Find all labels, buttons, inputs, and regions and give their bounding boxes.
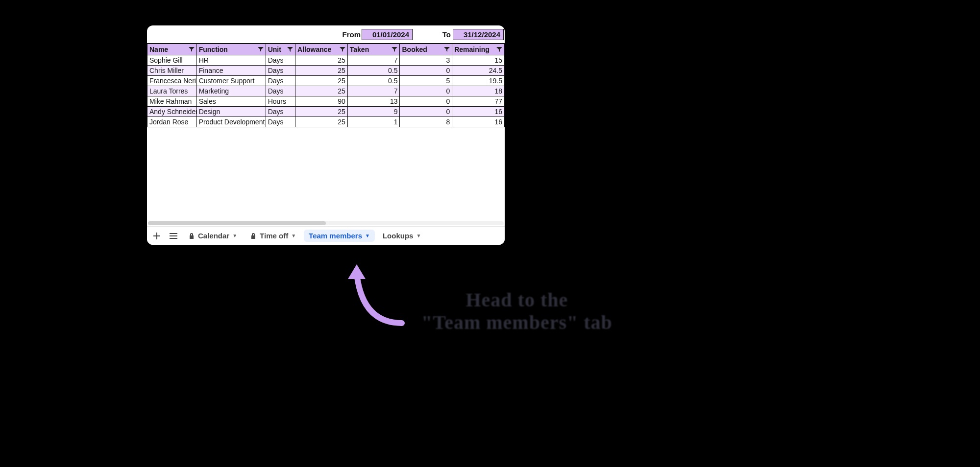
empty-area [147,127,505,226]
team-table: Name Function Unit Allowance Taken Booke… [147,44,505,127]
cell-allowance[interactable]: 25 [295,86,348,96]
cell-taken[interactable]: 1 [347,117,400,127]
header-row: Name Function Unit Allowance Taken Booke… [147,44,505,55]
cell-function[interactable]: HR [196,55,266,66]
tab-calendar[interactable]: Calendar ▼ [183,230,242,242]
table-row[interactable]: Andy SchneiderDesignDays259016 [147,107,505,117]
cell-taken[interactable]: 0.5 [347,66,400,76]
spreadsheet-window: From 01/01/2024 To 31/12/2024 Name Funct… [147,25,505,245]
cell-taken[interactable]: 7 [347,55,400,66]
filter-icon[interactable] [189,47,195,52]
tab-lookups[interactable]: Lookups ▼ [378,230,426,242]
tab-label: Team members [309,232,362,240]
cell-booked[interactable]: 0 [400,107,452,117]
tab-label: Lookups [383,232,414,240]
cell-remaining[interactable]: 16 [452,117,505,127]
to-date-cell[interactable]: 31/12/2024 [453,29,504,40]
all-sheets-button[interactable] [167,229,180,243]
table-wrap: Name Function Unit Allowance Taken Booke… [147,43,505,127]
cell-taken[interactable]: 7 [347,86,400,96]
filter-icon[interactable] [392,47,397,52]
cell-allowance[interactable]: 25 [295,76,348,86]
cell-function[interactable]: Sales [196,96,266,107]
cell-name[interactable]: Chris Miller [147,66,197,76]
cell-function[interactable]: Design [196,107,266,117]
cell-function[interactable]: Marketing [196,86,266,96]
cell-booked[interactable]: 0 [400,96,452,107]
cell-name[interactable]: Mike Rahman [147,96,197,107]
annotation-line-1: Head to the [421,289,612,311]
cell-name[interactable]: Jordan Rose [147,117,197,127]
cell-remaining[interactable]: 18 [452,86,505,96]
tab-label: Calendar [198,232,229,240]
horizontal-scrollbar[interactable] [148,221,504,225]
chevron-down-icon: ▼ [291,233,296,238]
cell-taken[interactable]: 9 [347,107,400,117]
cell-name[interactable]: Laura Torres [147,86,197,96]
filter-icon[interactable] [258,47,264,52]
cell-booked[interactable]: 8 [400,117,452,127]
cell-remaining[interactable]: 19.5 [452,76,505,86]
menu-icon [170,233,177,239]
filter-icon[interactable] [287,47,293,52]
cell-booked[interactable]: 5 [400,76,452,86]
cell-unit[interactable]: Days [266,117,295,127]
tab-label: Time off [260,232,288,240]
cell-booked[interactable]: 0 [400,66,452,76]
col-function[interactable]: Function [196,44,266,55]
col-name[interactable]: Name [147,44,197,55]
table-row[interactable]: Mike RahmanSalesHours9013077 [147,96,505,107]
col-allowance[interactable]: Allowance [295,44,348,55]
cell-taken[interactable]: 0.5 [347,76,400,86]
from-date-cell[interactable]: 01/01/2024 [362,29,413,40]
sheet-tab-bar: Calendar ▼ Time off ▼ Team members ▼ Loo… [147,226,505,245]
to-label: To [413,30,452,39]
col-taken[interactable]: Taken [347,44,400,55]
cell-name[interactable]: Sophie Gill [147,55,197,66]
annotation-text: Head to the "Team members" tab [421,289,612,334]
tab-timeoff[interactable]: Time off ▼ [245,230,301,242]
table-row[interactable]: Sophie GillHRDays257315 [147,55,505,66]
cell-taken[interactable]: 13 [347,96,400,107]
col-remaining[interactable]: Remaining [452,44,505,55]
cell-unit[interactable]: Days [266,107,295,117]
chevron-down-icon: ▼ [416,233,421,238]
cell-function[interactable]: Customer Support [196,76,266,86]
cell-booked[interactable]: 3 [400,55,452,66]
cell-name[interactable]: Francesca Neri [147,76,197,86]
cell-allowance[interactable]: 90 [295,96,348,107]
tab-team-members[interactable]: Team members ▼ [304,230,375,242]
cell-unit[interactable]: Hours [266,96,295,107]
plus-icon [153,233,160,239]
table-row[interactable]: Laura TorresMarketingDays257018 [147,86,505,96]
cell-allowance[interactable]: 25 [295,117,348,127]
col-booked[interactable]: Booked [400,44,452,55]
arrow-annotation-icon [343,264,407,328]
col-unit[interactable]: Unit [266,44,295,55]
cell-unit[interactable]: Days [266,76,295,86]
cell-remaining[interactable]: 16 [452,107,505,117]
table-row[interactable]: Chris MillerFinanceDays250.5024.5 [147,66,505,76]
chevron-down-icon: ▼ [232,233,237,238]
cell-remaining[interactable]: 15 [452,55,505,66]
cell-allowance[interactable]: 25 [295,66,348,76]
filter-icon[interactable] [340,47,345,52]
cell-unit[interactable]: Days [266,55,295,66]
cell-remaining[interactable]: 24.5 [452,66,505,76]
table-row[interactable]: Jordan RoseProduct DevelopmentDays251816 [147,117,505,127]
cell-unit[interactable]: Days [266,66,295,76]
cell-remaining[interactable]: 77 [452,96,505,107]
table-row[interactable]: Francesca NeriCustomer SupportDays250.55… [147,76,505,86]
cell-allowance[interactable]: 25 [295,107,348,117]
cell-unit[interactable]: Days [266,86,295,96]
filter-icon[interactable] [444,47,450,52]
cell-function[interactable]: Finance [196,66,266,76]
cell-name[interactable]: Andy Schneider [147,107,197,117]
lock-icon [188,233,195,239]
filter-icon[interactable] [496,47,502,52]
scrollbar-thumb[interactable] [148,221,326,225]
add-sheet-button[interactable] [150,229,164,243]
cell-allowance[interactable]: 25 [295,55,348,66]
cell-booked[interactable]: 0 [400,86,452,96]
cell-function[interactable]: Product Development [196,117,266,127]
